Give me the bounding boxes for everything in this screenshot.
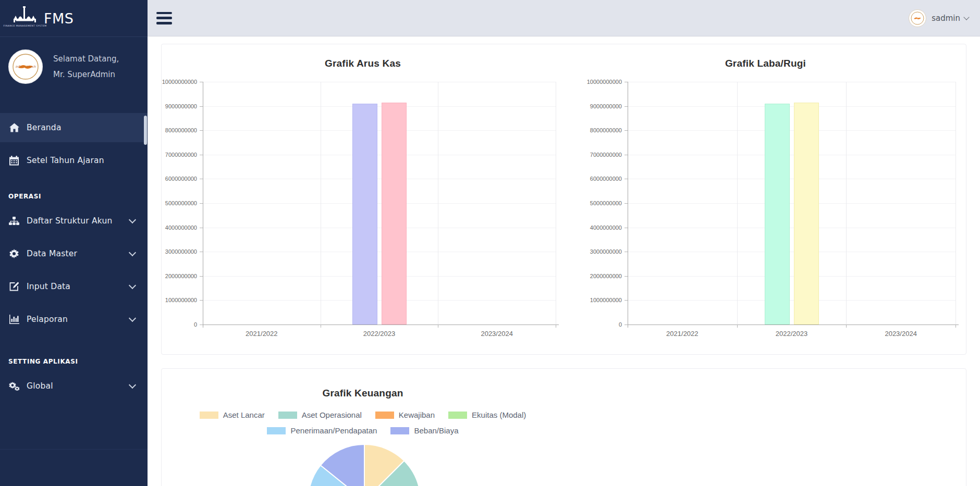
legend-swatch (267, 427, 286, 434)
sidebar-item-label: Global (27, 381, 53, 391)
x-tick-label: 2023/2024 (438, 330, 556, 338)
y-tick-label: 2000000000 (162, 272, 197, 280)
x-axis-line (628, 325, 959, 325)
h-gridline (203, 106, 556, 107)
charts-card-top: Grafik Arus Kas0100000000020000000003000… (161, 44, 966, 355)
top-header: sadmin (148, 0, 980, 36)
legend-label: Aset Operasional (302, 410, 362, 419)
chart-laba-rugi: Grafik Laba/Rugi010000000002000000000300… (564, 44, 967, 355)
y-tick-label: 8000000000 (162, 127, 197, 134)
sidebar-item-beranda[interactable]: Beranda (0, 113, 148, 142)
main-content: Grafik Arus Kas0100000000020000000003000… (148, 36, 980, 486)
x-tickmark (438, 325, 438, 328)
sidebar-item-label: Input Data (27, 282, 70, 291)
brand-subtitle: FINANCE MANAGEMENT SYSTEM (4, 24, 47, 27)
user-avatar-small (909, 9, 926, 27)
y-tick-label: 6000000000 (586, 175, 622, 182)
v-gridline (321, 82, 321, 325)
sidebar-logo[interactable]: FINANCE MANAGEMENT SYSTEM FMS (0, 0, 148, 37)
y-tick-label: 1000000000 (162, 296, 197, 304)
x-tickmark (556, 325, 556, 328)
legend-label: Ekuitas (Modal) (472, 410, 526, 419)
chevron-down-icon (129, 216, 136, 223)
bar-bar-2-2022-2023[interactable] (794, 103, 819, 325)
x-tick-label: 2022/2023 (737, 330, 847, 338)
y-tick-label: 8000000000 (586, 127, 622, 134)
sidebar-item-setel-tahun-ajaran[interactable]: Setel Tahun Ajaran (0, 146, 148, 175)
v-gridline (956, 82, 956, 325)
gears-icon (8, 381, 20, 391)
legend-label: Kewajiban (399, 410, 435, 419)
sidebar-item-data-master[interactable]: Data Master (0, 239, 148, 268)
bar-bar-1-2022-2023[interactable] (765, 104, 790, 325)
sidebar-item-global[interactable]: Global (0, 371, 148, 401)
sidebar-menu: BerandaSetel Tahun AjaranOPERASIDaftar S… (0, 113, 148, 401)
user-dropdown[interactable]: sadmin (909, 9, 969, 27)
legend-item-aset-operasional[interactable]: Aset Operasional (278, 410, 362, 419)
sidebar-item-label: Daftar Struktur Akun (27, 216, 113, 226)
chevron-down-icon (129, 282, 136, 289)
legend-label: Penerimaan/Pendapatan (290, 426, 377, 435)
h-gridline (203, 276, 556, 277)
x-axis-line (203, 325, 559, 325)
chevron-down-icon (129, 315, 136, 322)
y-tick-label: 3000000000 (162, 248, 197, 255)
chart-bar-icon (8, 314, 20, 325)
chevron-down-icon (963, 14, 969, 20)
legend-swatch (375, 412, 394, 419)
h-gridline (628, 252, 956, 252)
legend-swatch (448, 412, 467, 419)
y-tick-label: 0 (586, 321, 622, 328)
gear-icon (8, 248, 20, 259)
v-gridline (846, 82, 847, 325)
svg-text:infinindotech: infinindotech (15, 65, 35, 68)
sidebar-item-label: Setel Tahun Ajaran (27, 156, 104, 165)
chart-title: Grafik Keuangan (162, 388, 564, 399)
sidebar: FINANCE MANAGEMENT SYSTEM FMS infinindot… (0, 0, 148, 486)
sidebar-item-label: Data Master (27, 249, 77, 258)
v-gridline (737, 82, 738, 325)
sidebar-scrollbar-thumb[interactable] (144, 116, 147, 145)
legend-item-ekuitas-modal[interactable]: Ekuitas (Modal) (448, 410, 526, 419)
sidebar-item-pelaporan[interactable]: Pelaporan (0, 305, 148, 334)
bar-bar-2-2022-2023[interactable] (382, 103, 407, 325)
sidebar-item-daftar-struktur-akun[interactable]: Daftar Struktur Akun (0, 206, 148, 235)
x-tick-label: 2021/2022 (628, 330, 737, 338)
y-tick-label: 3000000000 (586, 248, 622, 255)
h-gridline (628, 228, 956, 228)
y-tick-label: 9000000000 (162, 103, 197, 110)
x-tick-label: 2021/2022 (203, 330, 321, 338)
legend-row: Aset LancarAset OperasionalKewajibanEkui… (162, 410, 564, 419)
legend-item-penerimaan-pendapatan[interactable]: Penerimaan/Pendapatan (267, 426, 377, 435)
y-tick-label: 9000000000 (586, 103, 622, 110)
section-label-setting-aplikasi: SETTING APLIKASI (0, 358, 148, 365)
legend-item-beban-biaya[interactable]: Beban/Biaya (390, 426, 458, 435)
chevron-down-icon (129, 249, 136, 256)
h-gridline (203, 228, 556, 228)
v-gridline (438, 82, 438, 325)
v-gridline (556, 82, 556, 325)
h-gridline (628, 82, 956, 82)
bar-bar-1-2022-2023[interactable] (352, 104, 377, 325)
sidebar-item-input-data[interactable]: Input Data (0, 272, 148, 301)
h-gridline (203, 155, 556, 155)
pie-chart (307, 443, 422, 486)
chart-title: Grafik Arus Kas (162, 58, 564, 69)
user-avatar: infinindotech (8, 49, 43, 84)
hamburger-menu-icon[interactable] (156, 12, 172, 24)
h-gridline (628, 130, 956, 131)
sitemap-icon (8, 216, 20, 226)
y-tick-label: 7000000000 (586, 151, 622, 158)
y-axis-line (203, 82, 203, 328)
x-tickmark (846, 325, 847, 328)
mosque-logo-icon: FINANCE MANAGEMENT SYSTEM (11, 6, 39, 30)
legend-item-aset-lancar[interactable]: Aset Lancar (200, 410, 265, 419)
h-gridline (203, 130, 556, 131)
x-tickmark (321, 325, 321, 328)
chart-arus-kas: Grafik Arus Kas0100000000020000000003000… (162, 44, 564, 355)
h-gridline (628, 155, 956, 155)
y-tick-label: 4000000000 (586, 224, 622, 231)
h-gridline (203, 82, 556, 82)
legend-item-kewajiban[interactable]: Kewajiban (375, 410, 435, 419)
legend-swatch (278, 412, 297, 419)
